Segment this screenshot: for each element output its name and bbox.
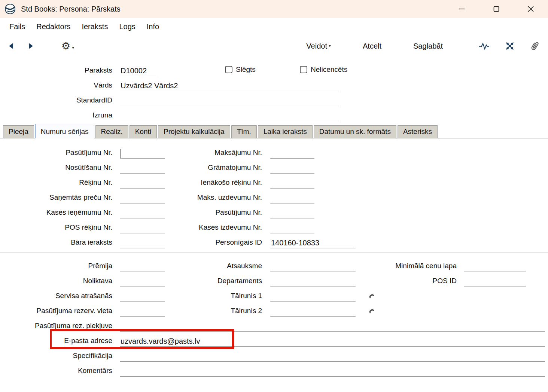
noliktava-label: Noliktava [0, 277, 112, 287]
menu-ieraksts[interactable]: Ieraksts [76, 22, 113, 31]
window-controls [445, 0, 548, 18]
izruna-input[interactable] [120, 110, 341, 121]
chevron-down-icon: ▾ [329, 43, 331, 48]
premija-input[interactable] [120, 261, 165, 272]
vards-input[interactable]: Uzvārds2 Vārds2 [120, 80, 341, 91]
tab-asterisks[interactable]: Asterisks [398, 125, 438, 138]
minimize-button[interactable] [445, 0, 479, 18]
nelicencets-checkbox-group: Nelicencēts [300, 65, 347, 74]
chevron-down-icon: ▾ [72, 45, 74, 50]
pasutijumu-nr-2-input[interactable] [270, 207, 314, 218]
forward-button[interactable] [26, 42, 35, 50]
noliktava-input[interactable] [120, 276, 165, 287]
maks-uzdevumu-nr-label: Maks. uzdevumu Nr. [165, 193, 262, 203]
settings-menu-button[interactable]: ⚙ ▾ [61, 41, 74, 51]
menu-info[interactable]: Info [141, 22, 165, 31]
rekinu-nr-input[interactable] [120, 177, 165, 189]
premija-label: Prēmija [0, 262, 112, 272]
attachment-button[interactable] [530, 41, 539, 51]
specifikacija-input[interactable] [120, 350, 545, 362]
pos-id-input[interactable] [464, 276, 526, 287]
pasutijuma-rez-piekluve-label: Pasūtījuma rez. piekļuve [0, 322, 112, 332]
e-pasta-adrese-input[interactable]: uzvards.vards@pasts.lv [120, 336, 545, 347]
saglabat-button[interactable]: Saglabāt [413, 42, 443, 50]
gramatojumu-nr-input[interactable] [270, 162, 314, 174]
komentars-label: Komentārs [0, 367, 112, 377]
slegts-checkbox[interactable] [225, 66, 232, 73]
kases-izdevumu-nr-label: Kases izdevumu Nr. [165, 223, 262, 233]
paperclip-icon [528, 39, 541, 53]
maximize-button[interactable] [479, 0, 514, 18]
tab-bar: Pieeja Numuru sērijas Realiz. Konti Proj… [0, 124, 548, 138]
veidot-button[interactable]: Veidot ▾ [306, 42, 331, 50]
pos-rekinu-nr-input[interactable] [120, 222, 165, 233]
activity-pulse-button[interactable] [478, 42, 490, 50]
back-button[interactable] [7, 42, 16, 50]
personigais-id-label: Personīgais ID [165, 238, 262, 248]
departaments-label: Departaments [165, 277, 262, 287]
menu-redaktors[interactable]: Redaktors [31, 22, 76, 31]
pasutijuma-rez-piekluve-input[interactable] [120, 321, 545, 332]
atcelt-button[interactable]: Atcelt [363, 42, 381, 50]
talrunis-2-input[interactable] [270, 306, 356, 317]
e-pasta-adrese-label: E-pasta adrese [0, 337, 112, 347]
slegts-checkbox-group: Slēgts [225, 65, 256, 74]
kases-ienemumu-nr-label: Kases ieņēmumu Nr. [0, 208, 112, 218]
nelicencets-checkbox[interactable] [300, 66, 307, 73]
pasutijuma-rezerv-vieta-input[interactable] [120, 306, 165, 317]
maksajumu-nr-input[interactable] [270, 147, 314, 159]
servisa-atrasanas-input[interactable] [120, 291, 165, 302]
tab-konti[interactable]: Konti [130, 125, 157, 138]
minimala-cenu-lapa-input[interactable] [464, 261, 526, 272]
izruna-label: Izruna [0, 111, 112, 121]
rekinu-nr-label: Rēķinu Nr. [0, 178, 112, 189]
app-window: Std Books: Persona: Pārskats Fails Redak… [0, 0, 548, 377]
maks-uzdevumu-nr-input[interactable] [270, 192, 314, 203]
tab-realiz[interactable]: Realiz. [95, 125, 128, 138]
kases-izdevumu-nr-input[interactable] [270, 222, 314, 233]
tab-projektu-kalkulacija[interactable]: Projektu kalkulācija [158, 125, 230, 138]
tab-laika-ieraksts[interactable]: Laika ieraksts [258, 125, 313, 138]
forward-arrow-icon [27, 42, 34, 50]
app-logo-icon [4, 3, 16, 15]
sanemtas-precu-nr-input[interactable] [120, 192, 165, 203]
menu-fails[interactable]: Fails [4, 22, 31, 31]
tab-tim[interactable]: Tīm. [231, 125, 257, 138]
gramatojumu-nr-label: Grāmatojumu Nr. [165, 163, 262, 174]
menu-logs[interactable]: Logs [113, 22, 141, 31]
tab-numuru-serijas[interactable]: Numuru sērijas [35, 124, 94, 138]
pasutijumu-nr-input[interactable] [120, 147, 165, 159]
talrunis-2-label: Tālrunis 2 [165, 307, 262, 317]
kases-ienemumu-nr-input[interactable] [120, 207, 165, 218]
close-button[interactable] [514, 0, 548, 18]
tab-content: Pasūtījumu Nr. Maksājumu Nr. Nosūtīšanu … [0, 138, 548, 377]
standardid-input[interactable] [120, 95, 341, 106]
specifikacija-label: Specifikācija [0, 352, 112, 362]
phone-icon [368, 308, 376, 316]
menubar: Fails Redaktors Ieraksts Logs Info [0, 18, 548, 35]
ienakoso-rekinu-nr-input[interactable] [270, 177, 314, 189]
titlebar: Std Books: Persona: Pārskats [0, 0, 548, 18]
pulse-icon [478, 42, 490, 50]
slegts-label: Slēgts [236, 65, 256, 74]
toolbar: ⚙ ▾ Veidot ▾ Atcelt Saglabāt [0, 35, 548, 57]
phone-icon [368, 293, 376, 301]
ienakoso-rekinu-nr-label: Ienākošo rēķinu Nr. [165, 178, 262, 189]
talrunis-1-input[interactable] [270, 291, 356, 302]
tab-pieeja[interactable]: Pieeja [3, 125, 34, 138]
departaments-input[interactable] [270, 276, 356, 287]
standardid-label: StandardID [0, 96, 112, 106]
nosutisanu-nr-label: Nosūtīšanu Nr. [0, 163, 112, 174]
bara-ieraksts-input[interactable] [120, 237, 165, 248]
expand-window-button[interactable] [505, 42, 514, 50]
personigais-id-input[interactable]: 140160-10833 [270, 237, 356, 248]
nosutisanu-nr-input[interactable] [120, 162, 165, 174]
atsauksme-input[interactable] [270, 261, 356, 272]
komentars-input[interactable] [120, 365, 545, 377]
tab-datumu-un-sk-formats[interactable]: Datumu un sk. formāts [314, 125, 396, 138]
dial-talrunis-1-button[interactable] [368, 293, 376, 301]
back-arrow-icon [8, 42, 15, 50]
paraksts-input[interactable]: D10002 [120, 65, 157, 76]
minimala-cenu-lapa-label: Minimālā cenu lapa [356, 262, 457, 272]
dial-talrunis-2-button[interactable] [368, 308, 376, 316]
